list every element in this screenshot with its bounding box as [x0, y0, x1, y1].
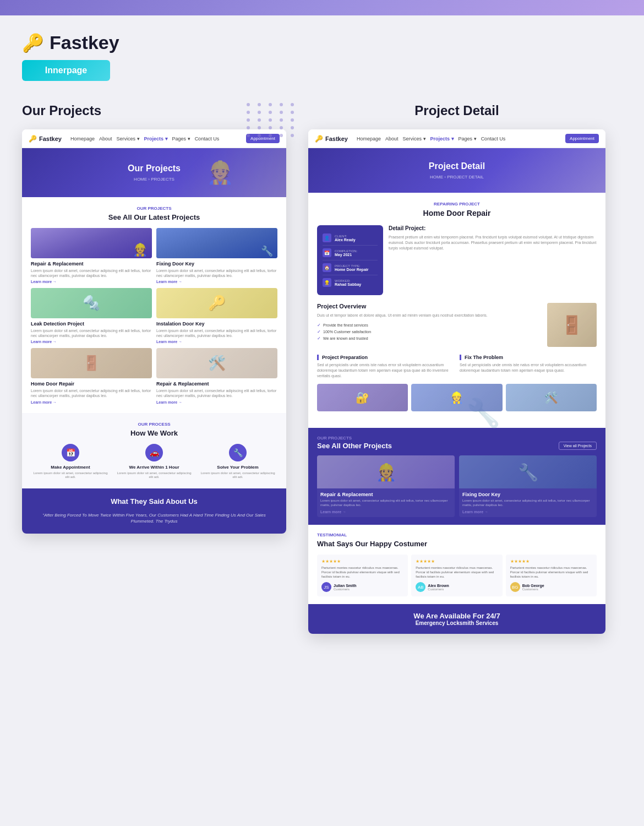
project-card-6: 🛠️ Repair & Replacement Lorem ipsum dolo…	[156, 348, 277, 404]
bottom-img-2: 👷	[411, 384, 502, 411]
check-icon-1: ✓	[317, 323, 321, 328]
left-nav-about[interactable]: About	[99, 136, 112, 142]
left-nav-logo-icon: 🔑	[29, 135, 37, 143]
right-browser-mockup: 🔑 Fastkey Homepage About Services ▾ Proj…	[308, 129, 605, 634]
project-desc-1: Lorem ipsum dolor sit amet, consectetur …	[31, 268, 152, 278]
innerpage-badge: Innerpage	[22, 60, 110, 81]
project-img-1	[31, 228, 152, 258]
project-desc-3: Lorem ipsum dolor sit amet, consectetur …	[31, 328, 152, 338]
project-desc-4: Lorem ipsum dolor sit amet, consectetur …	[156, 328, 277, 338]
project-desc-5: Lorem ipsum dolor sit amet, consectetur …	[31, 388, 152, 398]
two-col-layout: Our Projects 🔑 Fastkey Homepage About Se…	[22, 103, 622, 634]
left-testimonial-section: What They Said About Us "After Being For…	[22, 488, 286, 533]
project-title-3: Leak Detection Project	[31, 321, 152, 327]
how-desc-1: Lorem ipsum dolor sit amet, consectetur …	[31, 471, 110, 480]
project-card-2: Fixing Door Key Lorem ipsum dolor sit am…	[156, 228, 277, 284]
bottom-img-1: 🔐	[317, 384, 408, 411]
learn-more-6[interactable]: Learn more →	[156, 400, 277, 404]
left-nav-brand: Fastkey	[39, 135, 62, 142]
other-card-img-2: 🔧	[459, 455, 597, 488]
bottom-img-3: 🛠️	[506, 384, 597, 411]
project-title-1: Repair & Replacement	[31, 261, 152, 267]
how-icon-3: 🔧	[229, 444, 247, 461]
left-projects-label: OUR PROJECTS	[31, 206, 277, 211]
left-nav-projects[interactable]: Projects ▾	[144, 136, 168, 142]
project-img-4: 🔑	[156, 288, 277, 318]
solve-icon: 🔧	[233, 448, 243, 457]
project-title-4: Instalation Door Key	[156, 321, 277, 327]
right-column: Project Detail 🔑 Fastkey Homepage About …	[308, 103, 605, 634]
learn-more-4[interactable]: Learn more →	[156, 340, 277, 344]
project-desc-2: Lorem ipsum dolor sit amet, consectetur …	[156, 268, 277, 278]
appointment-icon: 📅	[66, 448, 75, 457]
how-desc-2: Lorem ipsum dolor sit amet, consectetur …	[114, 471, 194, 480]
left-nav-contact[interactable]: Contact Us	[195, 136, 220, 142]
logo-icon: 🔑	[22, 32, 44, 53]
project-img-5: 🚪	[31, 348, 152, 378]
how-icon-1: 📅	[62, 444, 79, 461]
how-step-2: 🚗 We Arrive Within 1 Hour Lorem ipsum do…	[114, 444, 194, 480]
left-hero-breadcrumb: HOME › PROJECTS	[33, 177, 275, 182]
project-desc-6: Lorem ipsum dolor sit amet, consectetur …	[156, 388, 277, 398]
how-label: OUR PROCESS	[31, 422, 277, 427]
learn-more-2[interactable]: Learn more →	[156, 280, 277, 284]
left-browser-mockup: 🔑 Fastkey Homepage About Services ▾ Proj…	[22, 129, 286, 534]
how-title-3: Solve Your Problem	[198, 465, 277, 470]
project-card-3: 🔩 Leak Detection Project Lorem ipsum dol…	[31, 288, 152, 344]
project-title-6: Repair & Replacement	[156, 381, 277, 387]
how-icon-2: 🚗	[145, 444, 163, 461]
left-testimonial-heading: What They Said About Us	[31, 497, 277, 506]
how-title-2: We Arrive Within 1 Hour	[114, 465, 194, 470]
how-step-1: 📅 Make Appointment Lorem ipsum dolor sit…	[31, 444, 110, 480]
project-img-3: 🔩	[31, 288, 152, 318]
left-projects-grid: Repair & Replacement Lorem ipsum dolor s…	[31, 228, 277, 404]
project-card-1: Repair & Replacement Lorem ipsum dolor s…	[31, 228, 152, 284]
left-column: Our Projects 🔑 Fastkey Homepage About Se…	[22, 103, 286, 534]
left-nav-pages[interactable]: Pages ▾	[172, 136, 190, 142]
project-img-2	[156, 228, 277, 258]
project-title-2: Fixing Door Key	[156, 261, 277, 267]
other-card-img-1: 👷	[317, 455, 455, 488]
check-icon-2: ✓	[317, 329, 321, 334]
how-heading: How We Work	[31, 429, 277, 437]
overview-image: 🚪	[547, 303, 597, 347]
check-icon-3: ✓	[317, 336, 321, 341]
project-img-6: 🛠️	[156, 348, 277, 378]
left-testimonial-quote: "After Being Forced To Move Twice Within…	[31, 512, 277, 524]
how-title-1: Make Appointment	[31, 465, 110, 470]
left-projects-heading: See All Our Latest Projects	[31, 213, 277, 221]
left-nav-homepage[interactable]: Homepage	[70, 136, 95, 142]
logo-text: Fastkey	[50, 32, 119, 53]
left-nav-services[interactable]: Services ▾	[117, 136, 140, 142]
learn-more-1[interactable]: Learn more →	[31, 280, 152, 284]
left-hero-banner: 👷 Our Projects HOME › PROJECTS	[22, 148, 286, 197]
project-card-5: 🚪 Home Door Repair Lorem ipsum dolor sit…	[31, 348, 152, 404]
left-hero-title: Our Projects	[33, 164, 275, 173]
learn-more-5[interactable]: Learn more →	[31, 400, 152, 404]
arrive-icon: 🚗	[150, 448, 159, 457]
project-title-5: Home Door Repair	[31, 381, 152, 387]
project-card-4: 🔑 Instalation Door Key Lorem ipsum dolor…	[156, 288, 277, 344]
right-hero-banner: 🔧 Project Detail HOME › PROJECT DETAIL	[308, 148, 605, 193]
left-nav-links: Homepage About Services ▾ Projects ▾ Pag…	[70, 136, 219, 142]
how-step-3: 🔧 Solve Your Problem Lorem ipsum dolor s…	[198, 444, 277, 480]
right-hero-img: 🔧	[322, 129, 605, 634]
dot-grid	[247, 103, 297, 137]
learn-more-3[interactable]: Learn more →	[31, 340, 152, 344]
detail-bottom-images: 🔐 👷 🛠️	[317, 384, 597, 411]
how-we-work-section: OUR PROCESS How We Work 📅 Make Appointme…	[22, 413, 286, 489]
how-desc-3: Lorem ipsum dolor sit amet, consectetur …	[198, 471, 277, 480]
how-grid: 📅 Make Appointment Lorem ipsum dolor sit…	[31, 444, 277, 480]
left-nav-logo: 🔑 Fastkey	[29, 135, 62, 143]
left-projects-section: OUR PROJECTS See All Our Latest Projects…	[22, 197, 286, 413]
